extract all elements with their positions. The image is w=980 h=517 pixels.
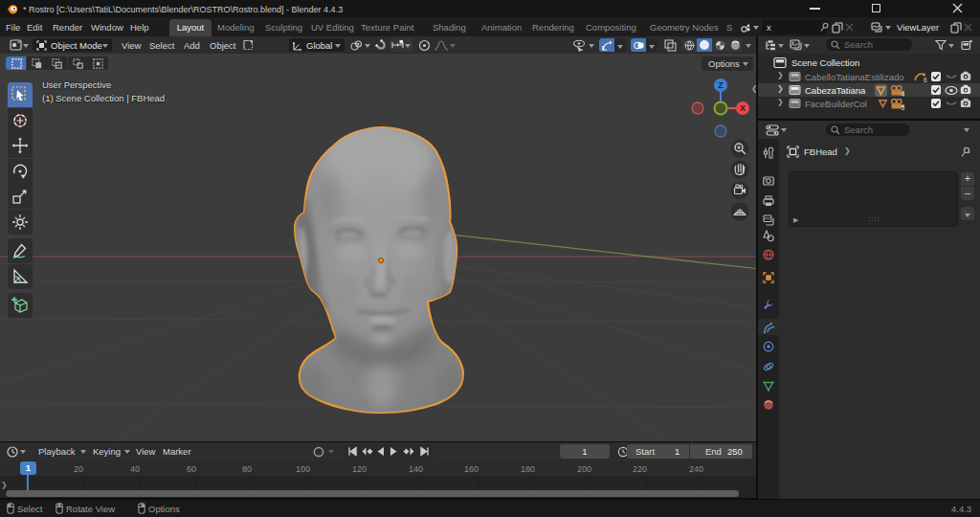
svg-text:6: 6 [924, 77, 927, 83]
svg-text:4: 4 [902, 91, 905, 97]
svg-text:5: 5 [902, 104, 905, 110]
svg-text:Z: Z [718, 80, 724, 90]
svg-text:X: X [740, 103, 746, 113]
